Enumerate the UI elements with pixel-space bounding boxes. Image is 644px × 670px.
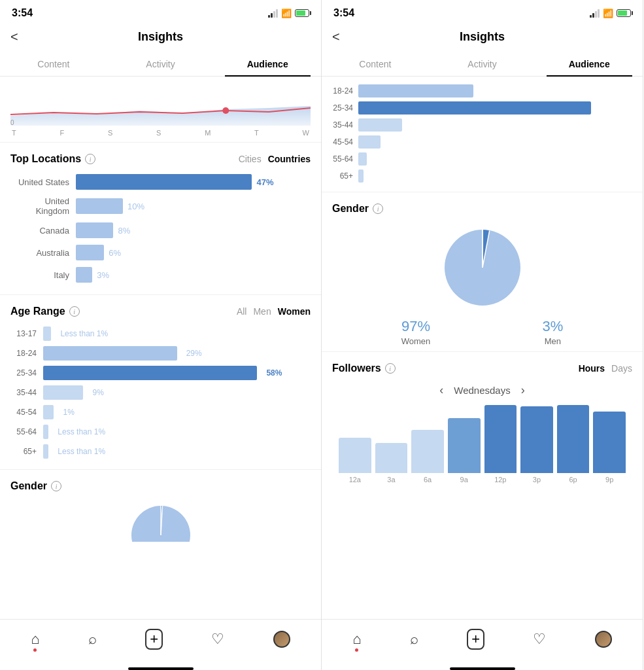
bar-fill-ca: [76, 222, 113, 238]
left-panel: 3:54 📶 < Insights Content Activity Audie…: [0, 0, 322, 670]
bar-pct-au: 6%: [109, 248, 121, 258]
bar-fill-us: [76, 174, 252, 190]
nav-home-right[interactable]: ⌂: [352, 631, 361, 648]
age-bar-13: 13-17 Less than 1%: [10, 326, 311, 341]
nav-search-left[interactable]: ⌕: [88, 631, 97, 648]
heart-icon-right: ♡: [533, 631, 546, 648]
top-locations-title: Top Locations: [10, 153, 81, 165]
search-icon-left: ⌕: [88, 631, 97, 648]
age-bar-65: 65+ Less than 1%: [10, 444, 311, 459]
bar-fill-uk: [76, 198, 123, 214]
vbar-3a: 3a: [375, 405, 408, 484]
tab-content-right[interactable]: Content: [322, 52, 429, 76]
gender-section-right: Gender i 97% Women 3%: [322, 192, 643, 352]
signal-right: [590, 9, 600, 18]
women-pct: 97%: [401, 318, 431, 335]
tab-content-left[interactable]: Content: [0, 52, 107, 76]
followers-toggle: Hours Days: [579, 363, 632, 374]
content-right: 18-24 25-34 35-44 45-54: [322, 77, 643, 619]
time-left: 3:54: [12, 7, 33, 19]
heart-icon-left: ♡: [211, 631, 224, 648]
tab-audience-left[interactable]: Audience: [214, 52, 321, 76]
nav-profile-left[interactable]: [273, 631, 290, 648]
age-range-header: Age Range i All Men Women: [10, 306, 311, 317]
wifi-icon-right: 📶: [603, 9, 613, 18]
battery-icon-right: [617, 9, 631, 17]
top-locations-info-icon[interactable]: i: [85, 154, 95, 164]
gender-info-icon-right[interactable]: i: [373, 203, 383, 214]
toggle-countries[interactable]: Countries: [268, 154, 311, 164]
followers-header: Followers i Hours Days: [332, 362, 632, 374]
nav-add-right[interactable]: +: [467, 629, 484, 650]
toggle-all[interactable]: All: [237, 306, 247, 317]
age-bar-55: 55-64 Less than 1%: [10, 425, 311, 439]
gender-section-left: Gender i: [0, 470, 321, 560]
women-label: Women: [401, 336, 431, 346]
right-age-55: 55-64: [322, 152, 643, 166]
gender-title-right: Gender: [332, 203, 369, 215]
bottom-nav-right: ⌂ ⌕ + ♡: [322, 619, 643, 665]
top-locations-header: Top Locations i Cities Countries: [10, 153, 311, 165]
area-chart: 0: [10, 77, 311, 129]
back-button-right[interactable]: <: [332, 29, 340, 44]
women-stat: 97% Women: [401, 318, 431, 346]
top-chart: 0 T F S S M T W: [0, 77, 321, 143]
day-navigator: ‹ Wednesdays ›: [332, 383, 632, 397]
tab-activity-left[interactable]: Activity: [107, 52, 214, 76]
vbar-12p: 12p: [484, 405, 517, 484]
bar-pct-us: 47%: [256, 177, 273, 187]
age-bar-18: 18-24 29%: [10, 346, 311, 361]
header-left: < Insights: [0, 24, 321, 52]
nav-profile-right[interactable]: [595, 631, 612, 648]
toggle-women[interactable]: Women: [278, 306, 311, 317]
toggle-hours[interactable]: Hours: [579, 363, 605, 374]
vbar-12a: 12a: [339, 405, 371, 484]
next-day-btn[interactable]: ›: [521, 383, 525, 397]
age-range-info-icon[interactable]: i: [69, 306, 80, 317]
nav-heart-right[interactable]: ♡: [533, 631, 546, 648]
bar-row-ca: Canada 8%: [10, 222, 311, 238]
status-icons-left: 📶: [268, 9, 309, 18]
top-locations-toggle: Cities Countries: [239, 154, 311, 164]
gender-info-icon-left[interactable]: i: [51, 481, 61, 491]
wifi-icon-left: 📶: [281, 9, 292, 18]
bar-row-uk: United Kingdom 10%: [10, 196, 311, 216]
toggle-men[interactable]: Men: [253, 306, 271, 317]
tabs-right: Content Activity Audience: [322, 52, 643, 77]
followers-title: Followers: [332, 362, 381, 374]
right-age-45: 45-54: [322, 135, 643, 149]
prev-day-btn[interactable]: ‹: [439, 383, 443, 397]
back-button-left[interactable]: <: [10, 29, 18, 44]
bar-label-ca: Canada: [10, 226, 76, 236]
svg-text:0: 0: [10, 119, 14, 126]
nav-heart-left[interactable]: ♡: [211, 631, 224, 648]
add-icon-right: +: [467, 629, 484, 650]
followers-info-icon[interactable]: i: [385, 363, 396, 374]
age-range-section: Age Range i All Men Women 13-17 Less tha…: [0, 295, 321, 470]
nav-home-left[interactable]: ⌂: [31, 631, 39, 648]
vbar-3p: 3p: [520, 405, 553, 484]
bar-track-ca: 8%: [76, 222, 311, 238]
bar-row-it: Italy 3%: [10, 267, 311, 283]
page-title-left: Insights: [138, 30, 183, 44]
right-age-18: 18-24: [322, 84, 643, 97]
home-bar-left: [128, 667, 194, 670]
nav-search-right[interactable]: ⌕: [410, 631, 418, 648]
day-label: Wednesdays: [454, 385, 510, 396]
age-range-title: Age Range: [10, 306, 65, 317]
vbar-6a: 6a: [411, 405, 444, 484]
pie-chart-left: [10, 502, 311, 542]
toggle-cities[interactable]: Cities: [239, 154, 262, 164]
status-icons-right: 📶: [590, 9, 631, 18]
followers-chart: 12a 3a 6a 9a: [332, 405, 632, 484]
bar-label-it: Italy: [10, 270, 76, 280]
nav-add-left[interactable]: +: [145, 629, 163, 650]
avatar-right: [595, 631, 612, 648]
toggle-days[interactable]: Days: [611, 363, 632, 374]
tab-activity-right[interactable]: Activity: [429, 52, 536, 76]
avatar-left: [273, 631, 290, 648]
top-locations-section: Top Locations i Cities Countries United …: [0, 143, 321, 295]
bar-pct-ca: 8%: [118, 226, 131, 236]
bar-track-it: 3%: [76, 267, 311, 283]
tab-audience-right[interactable]: Audience: [535, 52, 643, 76]
